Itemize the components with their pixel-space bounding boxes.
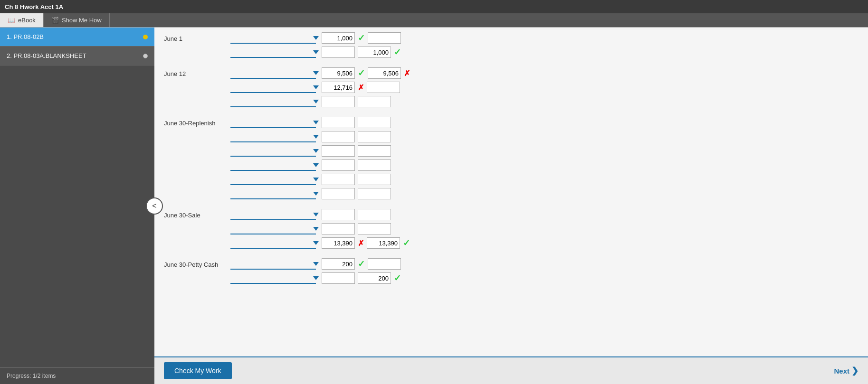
- account-select-4-1[interactable]: [230, 272, 319, 284]
- entry-row-2-5: [230, 188, 391, 199]
- entry-row-2-0: [230, 117, 391, 128]
- entry-row-2-4: [230, 174, 391, 185]
- sidebar-collapse-button[interactable]: <: [146, 197, 163, 215]
- credit-input-3-1[interactable]: [358, 223, 391, 234]
- account-select-4-0[interactable]: [230, 258, 319, 270]
- dropdown-arrow-2-2[interactable]: [313, 149, 319, 153]
- account-line-3-2: [230, 237, 316, 249]
- main-layout: 1. PR.08-02B 2. PR.08-03A.BLANKSHEET < P…: [0, 28, 868, 384]
- debit-input-3-0[interactable]: [322, 209, 355, 220]
- debit-input-1-0[interactable]: [322, 67, 355, 79]
- debit-input-0-0[interactable]: [322, 32, 355, 44]
- entry-row-2-1: [230, 131, 391, 142]
- next-label: Next: [834, 367, 849, 375]
- credit-input-1-0[interactable]: [368, 67, 401, 79]
- credit-input-2-0[interactable]: [358, 117, 391, 128]
- credit-input-4-1[interactable]: [358, 272, 391, 284]
- account-select-2-2[interactable]: [230, 145, 319, 157]
- dropdown-arrow-1-2[interactable]: [313, 100, 319, 103]
- dropdown-arrow-2-0[interactable]: [313, 121, 319, 124]
- credit-ok-0-1: ✓: [394, 47, 401, 57]
- dropdown-arrow-4-0[interactable]: [313, 262, 319, 266]
- dropdown-arrow-3-0[interactable]: [313, 213, 319, 216]
- account-select-2-0[interactable]: [230, 117, 319, 128]
- dropdown-arrow-0-1[interactable]: [313, 50, 319, 54]
- account-select-3-1[interactable]: [230, 223, 319, 234]
- debit-input-2-1[interactable]: [322, 131, 355, 142]
- account-line-1-1: [230, 82, 316, 93]
- credit-input-2-2[interactable]: [358, 145, 391, 157]
- journal-entry-3: June 30-Sale✗✓: [164, 209, 858, 249]
- debit-input-3-1[interactable]: [322, 223, 355, 234]
- check-my-work-button[interactable]: Check My Work: [164, 362, 232, 379]
- tab-ebook[interactable]: 📖 eBook: [0, 13, 44, 27]
- debit-input-0-1[interactable]: [322, 47, 355, 58]
- credit-input-0-0[interactable]: [368, 32, 401, 44]
- entry-row-3-0: [230, 209, 410, 220]
- entry-row-4-0: ✓: [230, 258, 401, 270]
- account-line-2-1: [230, 131, 316, 142]
- credit-input-3-0[interactable]: [358, 209, 391, 220]
- account-select-1-0[interactable]: [230, 67, 319, 79]
- dropdown-arrow-1-1[interactable]: [313, 85, 319, 89]
- sidebar-dot-1: [143, 35, 148, 39]
- account-select-3-0[interactable]: [230, 209, 319, 220]
- account-line-0-0: [230, 32, 316, 44]
- debit-input-2-4[interactable]: [322, 174, 355, 185]
- credit-input-3-2[interactable]: [367, 237, 400, 249]
- account-select-1-1[interactable]: [230, 82, 319, 93]
- account-select-2-4[interactable]: [230, 174, 319, 185]
- entry-date-4: June 30-Petty Cash: [164, 258, 230, 268]
- next-arrow-icon: ❯: [851, 365, 858, 376]
- debit-input-3-2[interactable]: [322, 237, 355, 249]
- entry-date-1: June 12: [164, 67, 230, 77]
- dropdown-arrow-3-2[interactable]: [313, 241, 319, 245]
- account-line-4-0: [230, 258, 316, 270]
- dropdown-arrow-4-1[interactable]: [313, 276, 319, 280]
- account-select-0-1[interactable]: [230, 47, 319, 58]
- credit-ok-3-2: ✓: [403, 238, 410, 248]
- dropdown-arrow-3-1[interactable]: [313, 227, 319, 231]
- dropdown-arrow-0-0[interactable]: [313, 36, 319, 40]
- sidebar-item-2-label: 2. PR.08-03A.BLANKSHEET: [7, 52, 86, 59]
- account-line-3-0: [230, 209, 316, 220]
- credit-input-2-5[interactable]: [358, 188, 391, 199]
- debit-input-2-0[interactable]: [322, 117, 355, 128]
- sidebar-item-2[interactable]: 2. PR.08-03A.BLANKSHEET: [0, 47, 154, 66]
- sidebar-item-1[interactable]: 1. PR.08-02B: [0, 28, 154, 47]
- account-select-3-2[interactable]: [230, 237, 319, 249]
- debit-input-2-5[interactable]: [322, 188, 355, 199]
- credit-input-1-2[interactable]: [358, 96, 391, 107]
- credit-input-2-3[interactable]: [358, 159, 391, 171]
- credit-input-0-1[interactable]: [358, 47, 391, 58]
- debit-input-4-1[interactable]: [322, 272, 355, 284]
- credit-input-2-4[interactable]: [358, 174, 391, 185]
- entry-row-4-1: ✓: [230, 272, 401, 284]
- account-select-1-2[interactable]: [230, 96, 319, 107]
- dropdown-arrow-2-4[interactable]: [313, 178, 319, 181]
- credit-input-1-1[interactable]: [367, 82, 400, 93]
- journal-entry-2: June 30-Replenish: [164, 117, 858, 199]
- debit-input-2-2[interactable]: [322, 145, 355, 157]
- debit-input-4-0[interactable]: [322, 258, 355, 270]
- dropdown-arrow-1-0[interactable]: [313, 71, 319, 75]
- account-line-2-0: [230, 117, 316, 128]
- debit-input-1-1[interactable]: [322, 82, 355, 93]
- credit-input-4-0[interactable]: [368, 258, 401, 270]
- entry-date-0: June 1: [164, 32, 230, 42]
- account-select-0-0[interactable]: [230, 32, 319, 44]
- journal-area[interactable]: June 1✓✓June 12✓✗✗June 30-ReplenishJune …: [154, 28, 868, 356]
- account-select-2-3[interactable]: [230, 159, 319, 171]
- account-line-2-3: [230, 159, 316, 171]
- dropdown-arrow-2-1[interactable]: [313, 135, 319, 139]
- dropdown-arrow-2-3[interactable]: [313, 163, 319, 167]
- debit-input-2-3[interactable]: [322, 159, 355, 171]
- credit-input-2-1[interactable]: [358, 131, 391, 142]
- tab-showmehow[interactable]: 🎬 Show Me How: [44, 13, 110, 27]
- account-select-2-5[interactable]: [230, 188, 319, 199]
- debit-input-1-2[interactable]: [322, 96, 355, 107]
- account-select-2-1[interactable]: [230, 131, 319, 142]
- next-button[interactable]: Next ❯: [834, 365, 858, 376]
- dropdown-arrow-2-5[interactable]: [313, 192, 319, 196]
- entry-row-2-3: [230, 159, 391, 171]
